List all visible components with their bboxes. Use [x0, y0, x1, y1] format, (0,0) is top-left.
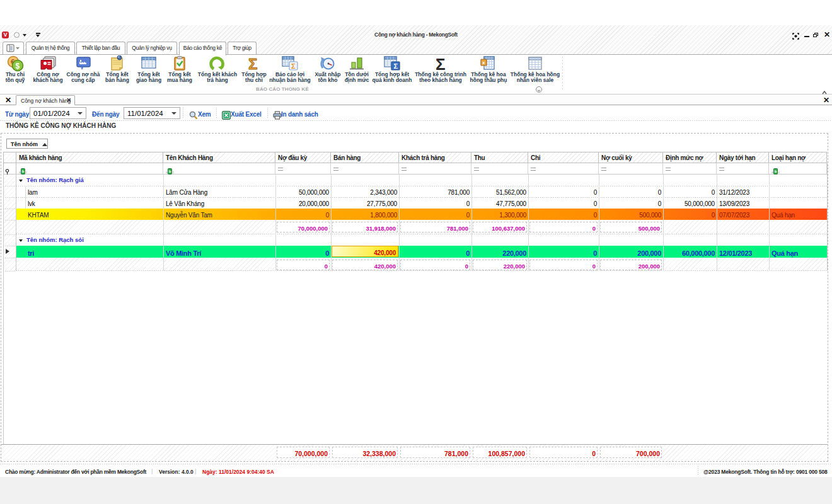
svg-text:a: a	[771, 170, 773, 174]
svg-text:c: c	[173, 170, 175, 174]
svg-text:a: a	[19, 170, 21, 174]
svg-text:$: $	[16, 62, 20, 71]
svg-text:b: b	[775, 169, 777, 173]
svg-text:b: b	[169, 169, 171, 173]
svg-text:c: c	[778, 170, 780, 174]
svg-text:a: a	[166, 170, 168, 174]
svg-text:Σ: Σ	[436, 55, 446, 72]
svg-text:Σ: Σ	[248, 55, 257, 72]
svg-text:x: x	[482, 60, 485, 66]
svg-text:Σ: Σ	[291, 62, 296, 70]
svg-text:b: b	[22, 169, 25, 173]
svg-text:c: c	[26, 170, 28, 174]
svg-text:Σ: Σ	[394, 62, 398, 70]
